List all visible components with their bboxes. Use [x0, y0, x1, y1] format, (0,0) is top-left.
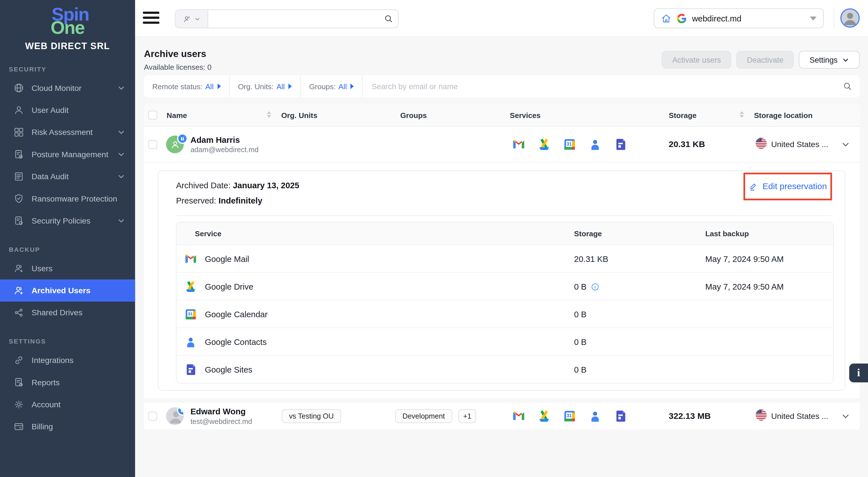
info-button[interactable]: i: [849, 363, 868, 382]
company-name: WEB DIRECT SRL: [0, 41, 135, 51]
column-header-storage[interactable]: Storage: [669, 104, 696, 126]
data-list-icon: [13, 171, 24, 182]
chevron-down-icon: [118, 128, 125, 136]
annotation-highlight-box: Edit preservation: [743, 173, 832, 200]
remote-status-filter[interactable]: Remote status: All: [144, 75, 230, 97]
column-header-last-backup: Last backup: [705, 222, 749, 245]
service-last-backup: May 7, 2024 9:50 AM: [705, 282, 784, 291]
paused-status-badge: [177, 133, 187, 144]
edit-preservation-button[interactable]: Edit preservation: [745, 181, 831, 192]
sidebar-item-reports[interactable]: Reports: [0, 371, 135, 393]
us-flag-icon: [755, 138, 767, 151]
sidebar-item-users[interactable]: Users: [0, 257, 135, 279]
column-header-org-units: Org. Units: [281, 104, 317, 126]
chevron-down-icon: [118, 84, 125, 92]
sort-icon[interactable]: [740, 111, 744, 118]
storage-location: United States ...: [771, 412, 828, 420]
user-avatar: [166, 407, 184, 425]
filter-bar: Remote status: All Org. Units: All Group…: [144, 75, 860, 97]
google-drive-icon: [538, 410, 551, 423]
user-name-block: Edward Wong test@webdirect.md: [190, 406, 252, 426]
row-checkbox[interactable]: [148, 412, 157, 420]
sidebar: Spin One WEB DIRECT SRL SECURITY Cloud M…: [0, 0, 135, 477]
services-cell: [512, 410, 627, 423]
service-storage: 0 B: [574, 337, 587, 346]
sidebar-item-billing[interactable]: Billing: [0, 415, 135, 438]
shield-check-icon: [13, 193, 24, 204]
service-storage: 0 B: [574, 309, 587, 319]
credit-card-icon: [13, 421, 24, 432]
page-actions: Activate users Deactivate Settings: [661, 51, 860, 69]
service-storage: 20.31 KB: [574, 254, 608, 263]
group-chip: Development: [395, 409, 452, 423]
sidebar-section-security: SECURITY: [9, 66, 135, 72]
user-icon: [13, 105, 24, 116]
google-sites-icon: [614, 410, 627, 423]
user-name: Edward Wong: [190, 406, 252, 417]
pencil-icon: [749, 182, 758, 191]
gmail-icon: [184, 252, 197, 265]
expand-row-icon[interactable]: [841, 412, 850, 420]
search-icon[interactable]: [379, 10, 398, 28]
caret-right-icon: [288, 84, 292, 89]
info-icon[interactable]: [590, 282, 599, 291]
sidebar-item-cloud-monitor[interactable]: Cloud Monitor: [0, 77, 135, 99]
column-header-name[interactable]: Name: [166, 104, 187, 126]
sidebar-item-data-audit[interactable]: Data Audit: [0, 165, 135, 187]
search-type-selector[interactable]: [175, 10, 208, 28]
gmail-icon: [512, 410, 525, 423]
document-shield-icon: [13, 215, 24, 226]
gmail-icon: [512, 138, 525, 151]
global-search-input[interactable]: [208, 10, 379, 28]
sort-icon[interactable]: [267, 111, 271, 118]
user-avatar[interactable]: [840, 8, 860, 28]
deactivate-button[interactable]: Deactivate: [736, 51, 794, 69]
hamburger-menu-icon[interactable]: [143, 11, 159, 25]
sidebar-section-backup: BACKUP: [9, 246, 135, 253]
collapse-row-icon[interactable]: [841, 140, 850, 149]
org-units-filter[interactable]: Org. Units: All: [229, 75, 301, 97]
user-search-icon: [183, 14, 192, 24]
page-title: Archive users: [144, 49, 206, 60]
spinone-app: Spin One WEB DIRECT SRL SECURITY Cloud M…: [0, 0, 868, 477]
share-icon: [13, 307, 24, 318]
settings-button[interactable]: Settings: [799, 51, 860, 69]
user-email: adam@webdirect.md: [190, 145, 258, 154]
gear-icon: [13, 399, 24, 410]
table-row[interactable]: Edward Wong test@webdirect.md vs Testing…: [144, 403, 860, 429]
groups-filter[interactable]: Groups: All: [301, 75, 363, 97]
google-contacts-icon: [184, 335, 197, 348]
google-sites-icon: [614, 138, 627, 151]
sidebar-item-shared-drives[interactable]: Shared Drives: [0, 301, 135, 323]
sidebar-item-account[interactable]: Account: [0, 393, 135, 415]
home-icon: [661, 13, 672, 24]
service-row: Google Sites 0 B: [177, 356, 833, 383]
sidebar-item-posture-management[interactable]: Posture Management: [0, 144, 135, 165]
activate-users-button[interactable]: Activate users: [661, 51, 731, 69]
chevron-down-icon: [842, 56, 849, 63]
row-checkbox[interactable]: [148, 140, 157, 149]
preservation-panel: Archived Date: January 13, 2025 Preserve…: [158, 170, 845, 391]
search-icon[interactable]: [835, 81, 860, 91]
select-all-checkbox[interactable]: [148, 104, 157, 126]
table-search-input[interactable]: [363, 82, 836, 91]
domain-selector[interactable]: webdirect.md: [654, 8, 824, 28]
sidebar-item-integrations[interactable]: Integrations: [0, 349, 135, 371]
sidebar-item-ransomware-protection[interactable]: Ransomware Protection: [0, 188, 135, 210]
sidebar-item-archived-users[interactable]: Archived Users: [0, 279, 135, 301]
report-icon: [13, 377, 24, 388]
chevron-down-icon: [118, 217, 125, 225]
user-name-block: Adam Harris adam@webdirect.md: [190, 134, 258, 154]
column-header-storage: Storage: [574, 222, 602, 245]
google-calendar-icon: [184, 308, 197, 320]
sidebar-item-user-audit[interactable]: User Audit: [0, 99, 135, 121]
google-calendar-icon: [563, 410, 576, 423]
column-header-services: Services: [510, 104, 541, 126]
more-groups-chip[interactable]: +1: [458, 409, 476, 423]
table-row[interactable]: Adam Harris adam@webdirect.md 20.31 KB U…: [144, 127, 860, 163]
service-row: Google Calendar 0 B: [177, 300, 833, 328]
link-icon: [13, 355, 24, 366]
sidebar-item-risk-assessment[interactable]: Risk Assessment: [0, 121, 135, 143]
expanded-row-details: Archived Date: January 13, 2025 Preserve…: [144, 163, 860, 398]
sidebar-item-security-policies[interactable]: Security Policies: [0, 210, 135, 232]
